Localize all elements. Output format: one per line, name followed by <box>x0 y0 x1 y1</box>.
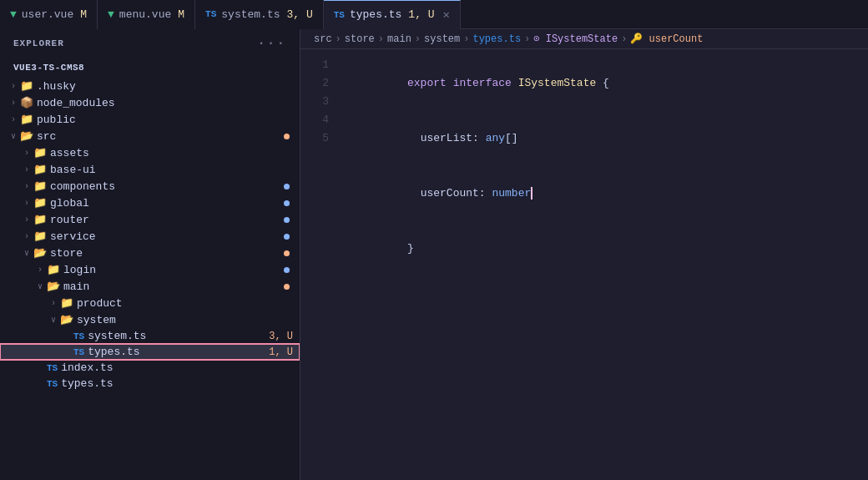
item-label: types.ts <box>61 377 300 390</box>
crumb-types-ts: types.ts <box>472 33 521 45</box>
modified-dot <box>284 134 290 139</box>
item-label: system.ts <box>88 330 269 342</box>
chevron-icon: › <box>20 199 33 208</box>
prop-usercount: userCount <box>421 187 479 200</box>
tab-label: user.vue <box>22 8 73 21</box>
folder-open-icon: 📂 <box>60 313 73 326</box>
tree-item-components[interactable]: › 📁 components <box>0 178 300 195</box>
item-label: components <box>50 180 284 193</box>
chevron-icon: › <box>20 232 33 241</box>
close-icon[interactable]: ✕ <box>443 9 450 21</box>
close-brace: } <box>407 242 414 255</box>
tab-menu-vue[interactable]: ▼ menu.vue M <box>98 0 195 29</box>
ts-file-icon: TS <box>73 347 84 357</box>
tree-item-service[interactable]: › 📁 service <box>0 228 300 245</box>
tree-item-public[interactable]: › 📁 public <box>0 111 300 128</box>
chevron-icon: › <box>20 149 33 158</box>
more-button[interactable]: ··· <box>257 36 286 51</box>
sep: › <box>621 33 627 45</box>
code-area[interactable]: 1 2 3 4 5 export interface ISystemState … <box>300 49 868 480</box>
tree-item-login[interactable]: › 📁 login <box>0 261 300 278</box>
tab-label: system.ts <box>221 8 280 21</box>
modified-dot <box>284 250 290 256</box>
crumb-store: store <box>345 33 375 45</box>
tree-item-product[interactable]: › 📁 product <box>0 295 300 311</box>
tree-item-global[interactable]: › 📁 global <box>0 195 300 211</box>
line-numbers: 1 2 3 4 5 <box>300 56 342 473</box>
item-label: router <box>50 214 284 226</box>
tree-item-index-ts[interactable]: TS index.ts <box>0 360 300 376</box>
folder-open-icon: 📂 <box>47 280 60 293</box>
modified-dot <box>284 284 290 290</box>
chevron-icon: › <box>7 82 20 91</box>
folder-icon: 📁 <box>33 230 47 243</box>
tree-item-assets[interactable]: › 📁 assets <box>0 144 300 161</box>
chevron-icon: › <box>7 115 20 124</box>
tab-modified: 1, U <box>408 8 434 21</box>
code-line-3: userCount: number <box>342 166 855 221</box>
tab-types-ts[interactable]: TS types.ts 1, U ✕ <box>324 0 461 29</box>
sidebar-header: EXPLORER ··· <box>0 29 300 58</box>
sep: › <box>378 33 384 45</box>
chevron-icon: › <box>47 299 60 308</box>
indent <box>407 132 421 144</box>
item-label: src <box>37 130 284 143</box>
crumb-isystemstate: ⊙ ISystemState <box>533 33 618 45</box>
folder-icon: 📁 <box>47 263 60 276</box>
tree-item-types-ts[interactable]: TS types.ts 1, U <box>0 344 300 360</box>
sep: › <box>524 33 530 45</box>
tab-modified: M <box>178 8 184 21</box>
tree-item-system-ts[interactable]: TS system.ts 3, U <box>0 328 300 344</box>
colon: : <box>472 132 486 144</box>
sep: › <box>463 33 469 45</box>
ts-file-icon: TS <box>73 331 84 341</box>
tree-item-husky[interactable]: › 📁 .husky <box>0 78 300 94</box>
keyword-interface: interface <box>453 77 518 89</box>
tab-label: menu.vue <box>119 8 171 21</box>
cursor <box>531 187 532 200</box>
sep: › <box>415 33 421 45</box>
modified-dot <box>284 184 290 189</box>
tree-item-system[interactable]: ∨ 📂 system <box>0 311 300 328</box>
project-title: VUE3-TS-CMS8 <box>0 58 300 78</box>
chevron-icon: ∨ <box>7 131 20 141</box>
crumb-main: main <box>387 33 411 45</box>
tree-item-router[interactable]: › 📁 router <box>0 211 300 228</box>
folder-open-icon: 📂 <box>33 246 47 260</box>
ts-file-icon: TS <box>47 379 58 389</box>
tab-system-ts[interactable]: TS system.ts 3, U <box>195 0 324 29</box>
main-area: EXPLORER ··· VUE3-TS-CMS8 › 📁 .husky › 📦… <box>0 29 868 480</box>
code-line-1: export interface ISystemState { <box>342 56 855 111</box>
keyword-any: any <box>486 132 505 144</box>
tree-item-base-ui[interactable]: › 📁 base-ui <box>0 161 300 178</box>
sidebar: EXPLORER ··· VUE3-TS-CMS8 › 📁 .husky › 📦… <box>0 29 300 480</box>
breadcrumb: src › store › main › system › types.ts ›… <box>300 29 868 49</box>
ts-icon: TS <box>334 10 345 20</box>
folder-icon: 📁 <box>60 296 73 310</box>
tab-label: types.ts <box>350 8 401 21</box>
folder-open-icon: 📂 <box>20 129 33 143</box>
tree-item-node-modules[interactable]: › 📦 node_modules <box>0 94 300 111</box>
item-label: base-ui <box>50 164 284 176</box>
folder-icon: 📁 <box>20 79 33 93</box>
ts-file-icon: TS <box>47 363 58 373</box>
tab-modified: 3, U <box>287 8 313 21</box>
tree-item-store[interactable]: ∨ 📂 store <box>0 245 300 261</box>
tree-item-main[interactable]: ∨ 📂 main <box>0 278 300 295</box>
folder-icon: 📦 <box>20 96 33 109</box>
crumb-src: src <box>314 33 332 45</box>
chevron-icon: ∨ <box>33 281 47 291</box>
code-line-5 <box>342 276 855 295</box>
item-label: .husky <box>37 80 300 93</box>
modified-dot <box>284 267 290 273</box>
folder-icon: 📁 <box>33 163 47 176</box>
item-label: global <box>50 197 284 210</box>
ts-icon: TS <box>205 9 216 19</box>
tree-item-src[interactable]: ∨ 📂 src <box>0 128 300 144</box>
chevron-icon: ∨ <box>47 315 60 325</box>
tab-user-vue[interactable]: ▼ user.vue M <box>0 0 98 29</box>
item-label: product <box>77 297 300 310</box>
tree-item-store-types-ts[interactable]: TS types.ts <box>0 376 300 392</box>
line-num-5: 5 <box>314 129 329 148</box>
folder-icon: 📁 <box>20 113 33 126</box>
